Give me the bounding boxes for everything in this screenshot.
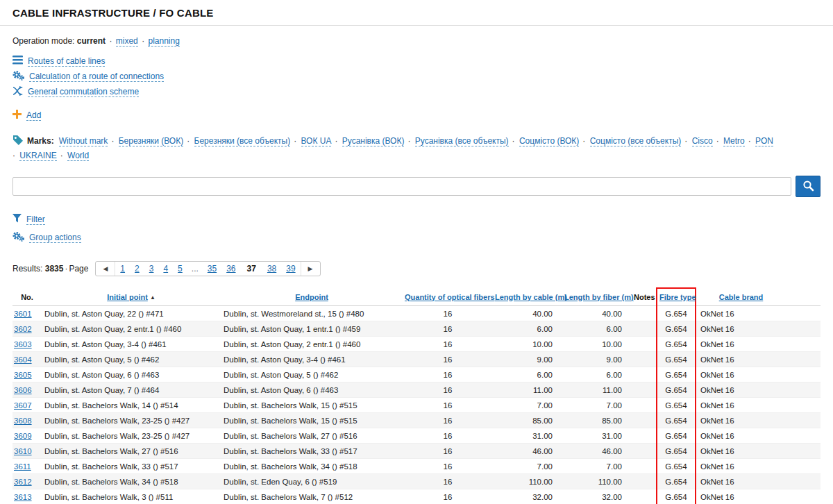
row-id-link[interactable]: 3608 — [14, 417, 32, 425]
mark-link[interactable]: PON — [755, 136, 773, 146]
row-id-link[interactable]: 3602 — [14, 325, 32, 333]
page-link[interactable]: 1 — [115, 262, 130, 276]
general-commutation-link[interactable]: General commutation scheme — [28, 87, 139, 97]
calculation-route-link[interactable]: Calculation of a route of connections — [29, 72, 164, 82]
column-header-no: No. — [12, 288, 42, 306]
endpoint-sort-link[interactable]: Endpoint — [295, 293, 328, 301]
initial-point-sort-link[interactable]: Initial point — [107, 293, 148, 301]
page-link[interactable]: 36 — [221, 262, 240, 276]
cell-endpoint: Dublin, st. Bachelors Walk, 7 () #512 — [221, 489, 403, 504]
cell-spacer — [786, 444, 821, 459]
cell-spacer — [786, 367, 821, 383]
cell-length-cable: 46.00 — [493, 444, 562, 459]
cell-endpoint: Dublin, st. Aston Quay, 5 () #462 — [221, 367, 403, 383]
row-id-link[interactable]: 3601 — [14, 310, 32, 318]
routes-of-cable-lines-link[interactable]: Routes of cable lines — [28, 56, 105, 67]
search-input[interactable] — [12, 177, 791, 196]
mark-link[interactable]: Without mark — [59, 136, 108, 146]
page-link[interactable]: 38 — [262, 262, 281, 276]
filter-link[interactable]: Filter — [26, 215, 45, 225]
row-id-link[interactable]: 3607 — [14, 401, 32, 410]
add-link[interactable]: Add — [26, 110, 41, 121]
cell-length-fiber: 110.00 — [562, 474, 632, 489]
length-fiber-sort-link[interactable]: Length by fiber (m) — [564, 293, 634, 301]
table-row: 3601 Dublin, st. Aston Quay, 22 () #471 … — [12, 306, 821, 321]
mark-link[interactable]: Русанівка (ВОК) — [342, 136, 405, 146]
page-link[interactable]: 2 — [130, 262, 144, 276]
mark-link[interactable]: Березняки (ВОК) — [119, 136, 183, 146]
cell-fibers: 16 — [403, 367, 493, 383]
cell-no: 3608 — [12, 413, 42, 428]
operation-mode-current: current — [77, 36, 106, 46]
cell-cable-brand: OkNet 16 — [696, 383, 786, 398]
cell-length-fiber: 7.00 — [562, 459, 632, 474]
mark-link[interactable]: Березняки (все объекты) — [194, 136, 291, 146]
cell-notes — [632, 474, 657, 489]
cell-cable-brand: OkNet 16 — [696, 398, 786, 413]
mark-link[interactable]: World — [67, 151, 89, 161]
routes-of-cable-lines-item: Routes of cable lines — [12, 56, 821, 67]
cell-length-cable: 10.00 — [493, 337, 562, 352]
mark-link[interactable]: Соцмісто (все объекты) — [590, 136, 682, 146]
cell-endpoint: Dublin, st. Bachelors Walk, 34 () #518 — [221, 459, 403, 474]
row-id-link[interactable]: 3604 — [14, 355, 32, 364]
search-button[interactable] — [796, 176, 821, 197]
row-id-link[interactable]: 3612 — [14, 478, 32, 486]
row-id-link[interactable]: 3606 — [14, 386, 32, 394]
cell-fibers: 16 — [403, 398, 493, 413]
row-id-link[interactable]: 3613 — [14, 493, 32, 501]
page-link[interactable]: 35 — [203, 262, 221, 276]
cell-length-cable: 32.00 — [493, 489, 562, 504]
cell-fibers: 16 — [403, 352, 493, 367]
page-link[interactable]: 39 — [281, 262, 300, 276]
add-row: Add — [12, 110, 821, 121]
tag-icon — [12, 135, 24, 147]
cell-spacer — [786, 459, 821, 474]
cell-length-fiber: 32.00 — [562, 489, 632, 504]
cell-initial-point: Dublin, st. Bachelors Walk, 14 () #514 — [42, 398, 221, 413]
mark-link[interactable]: Соцмісто (ВОК) — [519, 136, 579, 146]
page-link[interactable]: 3 — [144, 262, 159, 276]
row-id-link[interactable]: 3610 — [14, 447, 32, 455]
row-id-link[interactable]: 3603 — [14, 340, 32, 348]
cell-initial-point: Dublin, st. Aston Quay, 6 () #463 — [42, 367, 221, 383]
separator — [140, 36, 146, 46]
fibre-type-sort-link[interactable]: Fibre type — [659, 293, 696, 301]
page-link[interactable]: 5 — [173, 262, 187, 276]
cell-spacer — [786, 321, 821, 337]
group-actions-link[interactable]: Group actions — [29, 233, 81, 243]
title-divider — [0, 25, 833, 26]
mark-link[interactable]: ВОК UA — [301, 136, 332, 146]
cell-initial-point: Dublin, st. Bachelors Walk, 33 () #517 — [42, 459, 221, 474]
operation-mode-mixed-link[interactable]: mixed — [116, 36, 138, 47]
operation-mode-planning-link[interactable]: planning — [148, 36, 179, 47]
mark-link[interactable]: Русанівка (все объекты) — [415, 136, 509, 146]
cell-fibre-type: G.654 — [657, 428, 696, 444]
row-id-link[interactable]: 3605 — [14, 371, 32, 379]
mark-link[interactable]: Metro — [723, 136, 745, 146]
prev-page-button[interactable]: ◀ — [96, 262, 115, 276]
row-id-link[interactable]: 3611 — [14, 462, 31, 471]
next-page-button[interactable]: ▶ — [301, 262, 320, 276]
cell-fibers: 16 — [403, 383, 493, 398]
cell-endpoint: Dublin, st. Bachelors Walk, 15 () #515 — [221, 413, 403, 428]
mark-item: Without mark — [59, 136, 108, 146]
page-label: Page — [69, 264, 88, 274]
cell-spacer — [786, 398, 821, 413]
mark-link[interactable]: Cisco — [692, 136, 713, 146]
cell-notes — [632, 459, 657, 474]
table-row: 3605 Dublin, st. Aston Quay, 6 () #463 D… — [12, 367, 821, 383]
cell-cable-brand: OkNet 16 — [696, 459, 786, 474]
cable-brand-sort-link[interactable]: Cable brand — [719, 293, 764, 301]
fibers-sort-link[interactable]: Quantity of optical fibers — [405, 293, 495, 301]
cell-no: 3601 — [12, 306, 42, 321]
filter-row: Filter — [12, 214, 821, 225]
row-id-link[interactable]: 3609 — [14, 432, 32, 440]
cell-notes — [632, 352, 657, 367]
mark-link[interactable]: UKRAINE — [19, 151, 56, 161]
cell-notes — [632, 383, 657, 398]
page-link[interactable]: 4 — [158, 262, 173, 276]
mark-item: Березняки (ВОК) — [111, 136, 183, 146]
length-cable-sort-link[interactable]: Length by cable (m) — [495, 293, 567, 301]
table-row: 3604 Dublin, st. Aston Quay, 5 () #462 D… — [12, 352, 821, 367]
